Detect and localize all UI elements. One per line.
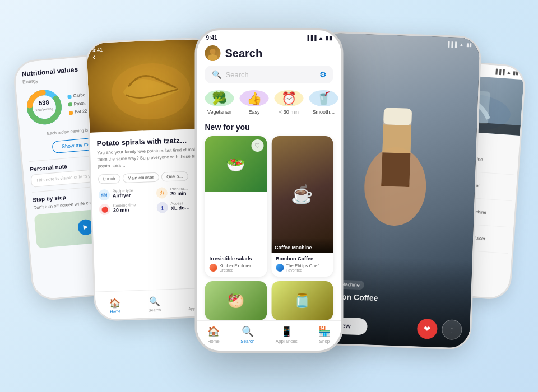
category-smoothie[interactable]: 🥤 Smooth… [309, 90, 338, 115]
nav-shop[interactable]: 🏪 Shop [318, 325, 331, 344]
tag-main[interactable]: Main courses [122, 172, 159, 183]
prep-time-icon: ⏱ [156, 187, 168, 199]
access-value: XL do… [171, 205, 190, 211]
category-row: 🥦 Vegetarian 👍 Easy ⏰ < 30 min 🥤 Smooth… [197, 90, 341, 123]
access-icon: ℹ [156, 202, 168, 213]
salad-card-title: Irresistible salads [210, 256, 263, 262]
search-bar[interactable]: 🔍 Search ⚙ [205, 66, 333, 83]
back-arrow[interactable]: ‹ [92, 52, 96, 62]
appliance-wifi-icon: ▲ [506, 69, 512, 76]
coffee-author-name: The Philips Chef [286, 263, 319, 268]
vegetarian-icon: 🥦 [212, 91, 227, 106]
svg-rect-12 [382, 124, 411, 153]
appliance-battery-icon: ▮▮ [513, 70, 519, 76]
smoothie-icon: 🥤 [316, 91, 331, 106]
salad-heart-icon[interactable]: ♡ [251, 139, 263, 152]
coffee-signal-icon: ▐▐▐ [446, 41, 457, 48]
recipe-type-value: Airfryer [113, 192, 133, 198]
signal-icon: ▐▐▐ [305, 35, 316, 41]
coffee-card[interactable]: ☕ Coffee Machine Bombon Coffee The Phili… [271, 136, 333, 277]
nav-appliances[interactable]: 📱 Appliances [276, 325, 298, 344]
page-title: Search [225, 47, 263, 60]
coffee-status-bar: ▐▐▐ ▲ ▮▮ [321, 32, 480, 53]
bottom-nav: 🏠 Home 🔍 Search 📱 Appliances 🏪 Shop [197, 320, 341, 351]
svg-text:538: 538 [39, 99, 49, 107]
nav-home[interactable]: 🏠 Home [207, 325, 220, 344]
donut-chart: 538 kcal/serving [23, 86, 66, 128]
coffee-author-action: Favorited [286, 268, 319, 272]
filter-icon[interactable]: ⚙ [319, 70, 327, 79]
nav-shop-label: Shop [319, 339, 330, 344]
coffee-battery-icon: ▮▮ [466, 42, 472, 48]
svg-rect-11 [383, 108, 412, 125]
prep-time-value: 20 min [170, 190, 188, 197]
recipe-tags: Lunch Main courses One p… [98, 171, 210, 184]
vegetarian-label: Vegetarian [207, 109, 231, 115]
coffee-visual [337, 67, 455, 239]
salad-author-name: KitchenExplorer [220, 263, 251, 268]
share-action-button[interactable]: ↑ [442, 319, 462, 340]
cook-time-value: 20 min [113, 207, 136, 213]
appliance-signal-icon: ▐▐▐ [494, 68, 505, 74]
salad-card-2[interactable]: 🥙 [205, 281, 267, 320]
new-for-you-label: New for you [197, 123, 341, 136]
svg-rect-13 [381, 152, 410, 187]
salad-card[interactable]: 🥗 ♡ Irresistible salads KitchenExplorer … [205, 136, 267, 277]
coffee-wifi-icon: ▲ [459, 42, 464, 48]
quick-label: < 30 min [279, 109, 299, 115]
smoothie-label: Smooth… [312, 109, 335, 115]
cook-time-icon: 🔴 [99, 204, 110, 216]
recipe-description: You and your family love potatoes but ti… [97, 146, 210, 170]
phones-container: Nutritional values Energy 538 kcal/servi… [11, 11, 527, 381]
nav-home[interactable]: 🏠 Home [109, 297, 121, 314]
user-avatar [205, 45, 221, 61]
status-bar: 9:41 ▐▐▐ ▲ ▮▮ [197, 30, 341, 43]
nav-search[interactable]: 🔍 Search [148, 296, 161, 312]
salad-author-action: Created [220, 268, 251, 272]
phone-search: 9:41 ▐▐▐ ▲ ▮▮ Search 🔍 Search [195, 28, 344, 353]
coffee-machine-badge: Coffee Machine [271, 238, 333, 253]
search-input[interactable]: Search [226, 71, 315, 79]
tag-one[interactable]: One p… [161, 171, 188, 182]
status-time: 9:41 [206, 35, 217, 41]
search-icon: 🔍 [212, 70, 221, 79]
coffee-card-title: Bombon Coffee [276, 256, 329, 262]
tag-lunch[interactable]: Lunch [98, 174, 120, 184]
nav-search[interactable]: 🔍 Search [240, 325, 254, 344]
svg-point-8 [208, 54, 218, 61]
category-vegetarian[interactable]: 🥦 Vegetarian [205, 90, 234, 115]
easy-icon: 👍 [247, 91, 262, 106]
salad-card-3[interactable]: 🫙 [271, 281, 333, 320]
nav-search-label: Search [240, 339, 254, 344]
search-header: Search [197, 43, 341, 66]
category-easy[interactable]: 👍 Easy [240, 90, 269, 115]
easy-label: Easy [248, 109, 259, 115]
nav-home-label: Home [207, 339, 219, 344]
quick-icon: ⏰ [281, 91, 296, 106]
wifi-icon: ▲ [318, 35, 324, 41]
recipe-title: Potato spirals with tzatz… [96, 136, 208, 148]
nav-appliances-label: Appliances [276, 339, 298, 344]
recipe-type-icon: 🍽 [99, 189, 110, 201]
battery-icon: ▮▮ [326, 35, 332, 41]
svg-point-7 [210, 49, 216, 54]
heart-action-button[interactable]: ❤ [417, 319, 438, 339]
category-quick[interactable]: ⏰ < 30 min [275, 90, 304, 115]
recipes-grid: 🥗 ♡ Irresistible salads KitchenExplorer … [197, 136, 341, 320]
svg-text:kcal/serving: kcal/serving [35, 107, 53, 112]
